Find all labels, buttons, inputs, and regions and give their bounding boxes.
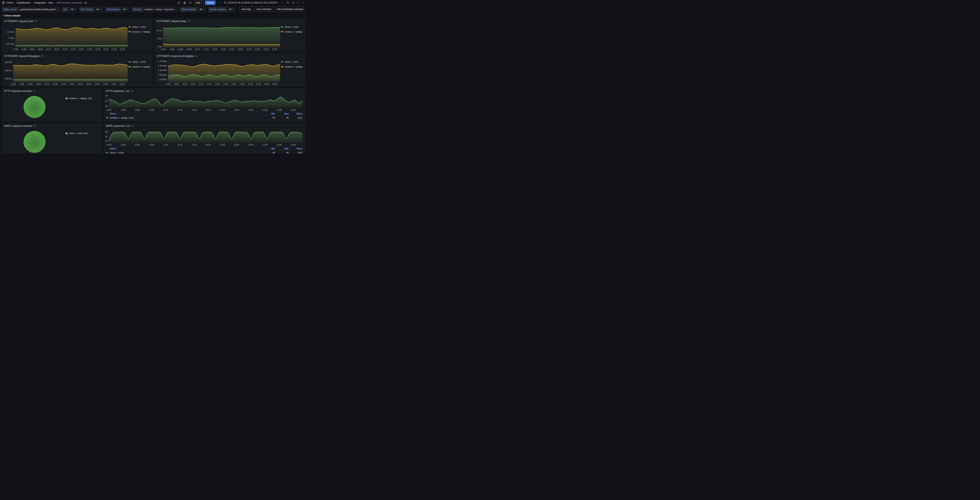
legend: sleep -> echo reviews -> ratings — [281, 24, 304, 51]
panel-title[interactable]: HTTP response overview — [4, 89, 32, 93]
response-throughput-chart[interactable]: 11:5011:5512:0012:0512:1012:1512:2012:25… — [156, 59, 281, 86]
mean-header[interactable]: Mean — [289, 112, 302, 115]
panel-grpc-responses-1m: GRPC responses / 1m 11:5011:5512:0012:05… — [104, 123, 305, 153]
panel-title[interactable]: GRPC responses / 1m — [106, 125, 130, 127]
request-delay-chart[interactable]: 11:5011:5512:0012:0512:1012:1512:2012:25… — [156, 24, 281, 51]
template-variables: Data source grafanacloud-keithschmitty-p… — [2, 7, 237, 12]
refresh-icon[interactable] — [291, 1, 296, 5]
svg-text:12:35: 12:35 — [234, 109, 239, 111]
filter-label: Service — [132, 7, 143, 12]
svg-text:200 B/s: 200 B/s — [5, 69, 12, 72]
panel-title[interactable]: HTTP/GRPC request delay — [157, 20, 186, 22]
refresh-interval-chevron-icon[interactable]: ▾ — [297, 2, 298, 4]
max-header[interactable]: Max — [275, 112, 289, 115]
time-forward-icon[interactable]: › — [280, 1, 285, 5]
panel-info-icon[interactable] — [34, 125, 36, 127]
istio-workloads-overview-link[interactable]: Istio workloads overview — [275, 7, 305, 12]
filter-value-dropdown[interactable]: All▾ — [94, 7, 103, 12]
panel-title[interactable]: HTTP/GRPC requests sent — [4, 20, 34, 22]
svg-text:11:55: 11:55 — [19, 83, 24, 85]
filter-job: Job All▾ — [62, 7, 77, 12]
grpc-response-pie-chart[interactable] — [24, 131, 46, 153]
series-swatch — [106, 117, 108, 118]
svg-text:12:05: 12:05 — [149, 109, 154, 111]
http-response-pie-chart[interactable] — [24, 96, 46, 118]
grpc-responses-chart[interactable]: 11:5011:5512:0012:0512:1012:1512:2012:25… — [105, 129, 303, 146]
legend-table: Name Min Max Mean sleep <- echo: 44 46 4… — [105, 146, 303, 153]
mean-header[interactable]: Mean — [289, 147, 302, 150]
min-value: 20 — [261, 117, 275, 119]
panel-title[interactable]: HTTP/GRPC response throughput — [157, 55, 194, 58]
zoom-out-icon[interactable] — [286, 1, 290, 5]
panel-http-grpc-requests-sent: HTTP/GRPC requests sent 11:5011:5512:001… — [2, 18, 153, 52]
legend-item-sleep-echo[interactable]: sleep -> echo — [128, 26, 151, 28]
svg-text:12:05: 12:05 — [190, 83, 195, 85]
share-button[interactable]: Share — [205, 1, 215, 5]
save-dashboard-icon[interactable] — [183, 1, 187, 5]
name-header[interactable]: Name — [106, 147, 116, 150]
panel-info-icon[interactable] — [132, 125, 134, 127]
star-icon[interactable] — [83, 1, 88, 5]
legend-item-reviews-ratings[interactable]: reviews -> ratings — [128, 65, 151, 68]
filter-value-dropdown[interactable]: All▾ — [227, 7, 235, 12]
panel-info-icon[interactable] — [188, 20, 190, 22]
svg-text:40: 40 — [105, 94, 108, 97]
svg-text:300 B/s: 300 B/s — [5, 61, 12, 63]
name-header[interactable]: Name — [106, 112, 116, 115]
time-range-text: 2024-01-24 11:50:00 to 2024-01-24 12:59:… — [228, 2, 277, 4]
legend: sleep -> echo reviews -> ratings — [128, 24, 151, 51]
legend-item-sleep-echo[interactable]: sleep <- echo — [281, 61, 304, 63]
min-header[interactable]: Min — [261, 112, 275, 115]
filter-namespace: Namespace All▾ — [105, 7, 130, 12]
add-button[interactable]: Add▾ — [194, 1, 204, 5]
panel-info-icon[interactable] — [131, 90, 133, 92]
requests-sent-chart[interactable]: 11:5011:5512:0012:0512:1012:1512:2012:25… — [3, 24, 128, 51]
istio-overview-link[interactable]: Istio overview — [255, 7, 274, 12]
panel-info-icon[interactable] — [41, 55, 43, 57]
nav-actions: Add▾ Share ‹ 2024-01-24 11:50:00 to 2024… — [177, 1, 305, 5]
panel-title[interactable]: HTTP/GRPC request throughput — [4, 55, 40, 58]
breadcrumb-dashboards[interactable]: Dashboards — [17, 1, 30, 4]
svg-text:46: 46 — [105, 131, 108, 133]
svg-text:12:45: 12:45 — [262, 144, 267, 146]
http-responses-chart[interactable]: 11:5011:5512:0012:0512:1012:1512:2012:25… — [105, 94, 303, 112]
legend: sleep <- echo reviews <- ratings — [281, 59, 304, 86]
settings-gear-icon[interactable] — [188, 1, 192, 5]
filter-value-dropdown[interactable]: All▾ — [121, 7, 130, 12]
legend-item-reviews-ratings[interactable]: reviews <- ratings — [281, 65, 304, 68]
svg-text:12:10: 12:10 — [198, 83, 204, 85]
filter-value-dropdown[interactable]: All▾ — [68, 7, 77, 12]
time-range-picker[interactable]: 2024-01-24 11:50:00 to 2024-01-24 12:59:… — [224, 2, 279, 4]
kiosk-caret-up-icon[interactable] — [301, 1, 305, 5]
legend-item-reviews-ratings[interactable]: reviews -> ratings — [128, 30, 151, 33]
legend-item-sleep-echo[interactable]: sleep -> echo — [281, 26, 304, 28]
svg-text:12:40: 12:40 — [248, 83, 253, 85]
panel-info-icon[interactable] — [195, 55, 197, 57]
legend-table-row[interactable]: reviews <- ratings: (2xx) 20 39 30.1 — [106, 116, 302, 120]
legend-item-sleep-echo-ok[interactable]: sleep <- echo: (ok) — [65, 132, 100, 134]
breadcrumb-folder[interactable]: Integration - Istio — [34, 1, 53, 4]
dashboard-insights-icon[interactable] — [177, 1, 181, 5]
legend-item-reviews-ratings[interactable]: reviews -> ratings — [281, 30, 304, 33]
istio-logs-link[interactable]: Istio logs — [239, 7, 253, 12]
legend-item-reviews-ratings-ok[interactable]: reviews <- ratings: (ok) — [65, 97, 100, 99]
legend-table-row[interactable]: sleep <- echo: 44 46 45.6 — [106, 150, 302, 153]
row-client-details[interactable]: ▾ Client details — [0, 13, 307, 18]
hamburger-menu-icon[interactable] — [2, 1, 5, 4]
panel-info-icon[interactable] — [35, 20, 37, 22]
time-back-icon[interactable]: ‹ — [218, 1, 223, 5]
min-header[interactable]: Min — [261, 147, 275, 150]
filter-value-dropdown[interactable]: reviews + sleep + tcp-echo▾ — [143, 7, 178, 12]
svg-text:0 ms: 0 ms — [158, 45, 162, 48]
panel-title[interactable]: HTTP responses / 1m — [106, 89, 130, 93]
max-header[interactable]: Max — [275, 147, 289, 150]
svg-text:1.45 kB/s: 1.45 kB/s — [158, 60, 167, 62]
panel-http-responses-1m: HTTP responses / 1m 11:5011:5512:0012:05… — [104, 88, 305, 121]
filter-value-dropdown[interactable]: grafanacloud-keithschmitty-prom▾ — [18, 7, 60, 12]
request-throughput-chart[interactable]: 11:5011:5512:0012:0512:1012:1512:2012:25… — [3, 59, 128, 86]
filter-value-dropdown[interactable]: All▾ — [197, 7, 206, 12]
panel-title[interactable]: GRPC response overview — [4, 125, 32, 127]
panel-info-icon[interactable] — [33, 90, 35, 92]
legend-item-sleep-echo[interactable]: sleep -> echo — [128, 61, 151, 63]
breadcrumb-home[interactable]: Home — [6, 1, 13, 4]
